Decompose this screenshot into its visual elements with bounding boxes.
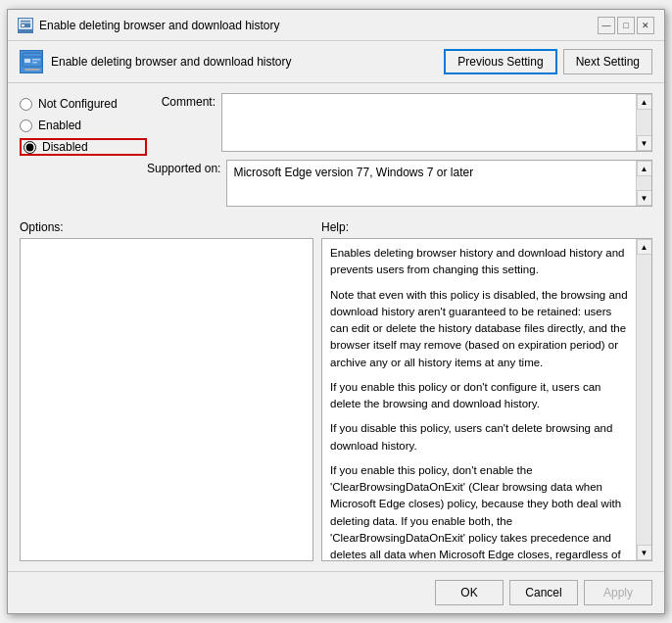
top-section: Not Configured Enabled Disabled Comment: [20,93,652,207]
help-para-4: If you disable this policy, users can't … [330,420,628,455]
supported-on-label: Supported on: [147,160,220,175]
comment-label: Comment: [147,93,216,109]
help-scrollbar[interactable]: ▲ ▼ [636,239,651,560]
scroll-track [637,110,651,135]
content-area: Not Configured Enabled Disabled Comment: [8,83,664,571]
svg-rect-7 [32,62,37,64]
supported-scroll-up[interactable]: ▲ [637,161,652,176]
next-setting-button[interactable]: Next Setting [563,49,652,74]
not-configured-label: Not Configured [38,97,118,111]
svg-rect-6 [32,59,40,61]
disabled-option[interactable]: Disabled [20,138,147,156]
svg-rect-5 [24,59,30,63]
main-dialog: Enable deleting browser and download his… [7,9,665,614]
previous-setting-button[interactable]: Previous Setting [444,49,556,74]
header-icon [20,50,43,73]
help-title: Help: [321,220,652,234]
ok-button[interactable]: OK [435,580,504,605]
close-button[interactable]: ✕ [637,17,654,34]
header-row: Enable deleting browser and download his… [8,41,664,83]
options-title: Options: [20,220,313,234]
title-bar-left: Enable deleting browser and download his… [18,18,280,33]
help-para-2: Note that even with this policy is disab… [330,287,628,371]
svg-rect-8 [24,69,40,71]
comment-row: Comment: ▲ ▼ [147,93,652,152]
header-left: Enable deleting browser and download his… [20,50,292,73]
supported-scroll-track [637,176,651,190]
enabled-radio[interactable] [20,120,32,132]
title-text: Enable deleting browser and download his… [39,19,280,32]
help-scroll-down[interactable]: ▼ [637,545,652,560]
dialog-icon [18,18,33,33]
scroll-up-arrow[interactable]: ▲ [637,94,652,110]
comment-input[interactable] [222,94,636,151]
supported-scrollbar[interactable]: ▲ ▼ [636,161,651,206]
help-box: Enables deleting browser history and dow… [321,238,652,561]
header-buttons: Previous Setting Next Setting [444,49,652,74]
disabled-radio[interactable] [24,141,36,154]
supported-on-text: Microsoft Edge version 77, Windows 7 or … [227,161,636,206]
disabled-label: Disabled [42,140,88,154]
svg-rect-2 [22,24,24,26]
minimize-button[interactable]: — [598,17,615,34]
maximize-button[interactable]: □ [617,17,635,34]
help-text-content: Enables deleting browser history and dow… [322,239,636,560]
help-panel: Help: Enables deleting browser history a… [321,220,652,561]
enabled-label: Enabled [38,119,81,132]
footer: OK Cancel Apply [8,571,664,613]
help-scroll-up[interactable]: ▲ [637,239,652,255]
title-bar: Enable deleting browser and download his… [8,10,664,41]
enabled-option[interactable]: Enabled [20,117,147,134]
left-panel: Not Configured Enabled Disabled [20,93,147,207]
comment-scrollbar[interactable]: ▲ ▼ [636,94,651,151]
apply-button[interactable]: Apply [584,580,652,605]
supported-on-row: Supported on: Microsoft Edge version 77,… [147,160,652,207]
cancel-button[interactable]: Cancel [509,580,578,605]
comment-box: ▲ ▼ [221,93,652,152]
supported-scroll-down[interactable]: ▼ [637,190,652,206]
help-para-3: If you enable this policy or don't confi… [330,379,628,413]
supported-on-box: Microsoft Edge version 77, Windows 7 or … [226,160,652,207]
right-panel: Comment: ▲ ▼ Supported on: Microsoft Edg… [147,93,652,207]
help-para-1: Enables deleting browser history and dow… [330,245,628,279]
header-title: Enable deleting browser and download his… [51,55,292,69]
not-configured-option[interactable]: Not Configured [20,95,147,113]
svg-rect-0 [20,20,31,28]
title-controls: — □ ✕ [598,17,654,34]
help-para-5: If you enable this policy, don't enable … [330,462,628,560]
scroll-down-arrow[interactable]: ▼ [637,135,652,151]
not-configured-radio[interactable] [20,98,32,111]
help-scroll-track [637,255,651,545]
options-box [20,238,313,561]
options-panel: Options: [20,220,313,561]
bottom-section: Options: Help: Enables deleting browser … [20,220,652,561]
